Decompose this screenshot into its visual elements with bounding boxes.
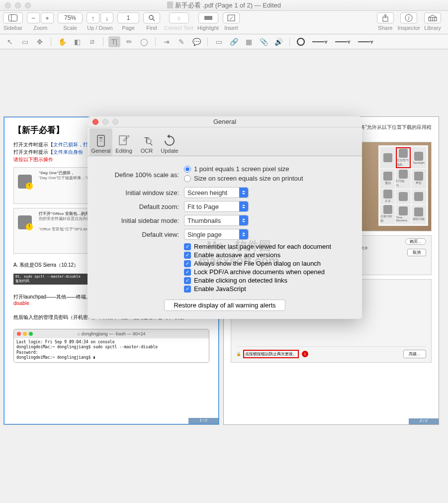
insert-button[interactable]	[223, 12, 240, 23]
line-style-picker[interactable]: ▾	[310, 36, 330, 47]
lock-icon: 🔒	[236, 352, 241, 356]
system-prefs-panel: 安全性与隐私Spotlight通知打印机与…声音共享日期与时间Time Mach…	[378, 145, 428, 226]
prefs-cell: 打印机与…	[396, 169, 410, 188]
maximize-icon	[112, 119, 118, 125]
correct-label: Correct Text	[164, 25, 193, 31]
library-label: Library	[424, 25, 441, 31]
page-label: Page	[122, 25, 135, 31]
tab-ocr[interactable]: T OCR	[135, 128, 158, 156]
eraser-tool[interactable]: ◧	[71, 36, 83, 47]
editing-icon	[117, 134, 131, 148]
scale-label: Scale	[63, 25, 77, 31]
zoom-out-button[interactable]: −	[27, 12, 40, 23]
highlight-label: Highlight	[197, 25, 219, 31]
links-checkbox[interactable]: ✓Enable clicking on detected links	[184, 277, 350, 284]
sound-tool[interactable]: 🔊	[272, 36, 284, 47]
prefs-cell: 安全性与隐私	[396, 147, 410, 168]
svg-line-3	[153, 19, 155, 21]
crop-tool[interactable]: ⧄	[86, 36, 98, 47]
tab-update[interactable]: Update	[158, 128, 181, 156]
prefs-cell: 日期与时间	[380, 205, 395, 224]
highlight-tool[interactable]: ✎	[176, 36, 187, 47]
selection-tool[interactable]: ▭	[19, 36, 31, 47]
defzoom-select[interactable]: Fit to Page	[184, 201, 249, 212]
winsize-label: Initial window size:	[99, 189, 179, 197]
tab-general[interactable]: General	[90, 128, 112, 156]
hand-tool[interactable]: ✋	[56, 36, 68, 47]
highlight-button[interactable]	[198, 12, 218, 23]
prefs-cell: 共享	[380, 190, 395, 204]
insert-label: Insert	[224, 25, 238, 31]
sidebar-button[interactable]	[3, 12, 23, 23]
end-style-picker[interactable]: ▾	[356, 36, 375, 47]
page-up-button[interactable]: ↑	[87, 12, 99, 23]
arrow-tool[interactable]: ↖	[4, 36, 16, 47]
text-tool[interactable]: T|	[108, 36, 120, 47]
winsize-select[interactable]: Screen height	[184, 187, 249, 198]
updown-label: Up / Down	[87, 25, 112, 31]
preferences-dialog: General General Editing T OCR Update Def…	[88, 116, 362, 319]
indent-tool[interactable]: ⇥	[161, 36, 173, 47]
callout-1: 1	[302, 351, 308, 357]
autosave-checkbox[interactable]: ✓Enable autosave and versions	[184, 251, 350, 259]
sidebar-select[interactable]: Thumbnails	[184, 215, 249, 226]
restore-warnings-button[interactable]: Restore display of all warning alerts	[164, 300, 285, 311]
shape-tool[interactable]: ◯	[138, 36, 150, 47]
prefs-cell: Spotlight	[412, 147, 426, 168]
svg-rect-4	[204, 16, 212, 20]
find-button[interactable]	[143, 12, 160, 23]
prefs-tabs: General Editing T OCR Update	[88, 127, 362, 156]
svg-rect-15	[97, 135, 104, 146]
tab-editing[interactable]: Editing	[112, 128, 135, 156]
defzoom-label: Default zoom:	[99, 203, 179, 210]
attachment-tool[interactable]: 📎	[258, 36, 269, 47]
svg-point-2	[149, 15, 153, 19]
page-number: 2 / 2	[409, 418, 439, 424]
link-tool[interactable]: 🔗	[228, 36, 240, 47]
window-titlebar: 新手必看 .pdf (Page 1 of 2) — Edited	[0, 0, 448, 11]
svg-rect-16	[99, 137, 102, 138]
defview-select[interactable]: Single page	[184, 229, 249, 240]
move-tool[interactable]: ✥	[34, 36, 46, 47]
prefs-title: General	[88, 118, 362, 125]
buy-button: 购买…	[405, 238, 426, 245]
scale-radio-1[interactable]: 1 point equals 1 screen pixel size	[184, 165, 303, 173]
javascript-checkbox[interactable]: ✓Enable JavaScript	[184, 285, 350, 293]
main-toolbar: Sidebar − + Zoom 75% Scale ↑ ↓ Up / Down…	[0, 11, 448, 34]
stroke-color[interactable]	[295, 36, 307, 47]
scale-radio-2[interactable]: Size on screen equals size on printout	[184, 175, 303, 182]
home-icon: ⌂	[78, 331, 80, 336]
library-button[interactable]	[424, 12, 441, 23]
page-down-button[interactable]: ↓	[100, 12, 113, 23]
zoom-in-button[interactable]: +	[41, 12, 54, 23]
close-icon[interactable]	[92, 119, 98, 125]
ocr-icon: T	[140, 134, 154, 148]
cancel-button: 取消	[407, 249, 426, 256]
prefs-cell	[380, 147, 395, 168]
svg-text:i: i	[408, 15, 410, 21]
arrow-style-picker[interactable]: ▾	[333, 36, 353, 47]
edit-toolbar: ↖ ▭ ✥ ✋ ◧ ⧄ T| ✏ ◯ ⇥ ✎ 💬 ▭ 🔗 ▦ 📎 🔊 ▾ ▾ ▾	[0, 34, 448, 49]
svg-rect-0	[9, 15, 17, 21]
freehand-tool[interactable]: ✏	[123, 36, 135, 47]
note-tool[interactable]: ▭	[213, 36, 225, 47]
image-tool[interactable]: ▦	[243, 36, 255, 47]
page-field[interactable]: 1	[117, 12, 139, 23]
warning-icon: !	[26, 183, 33, 190]
comment-tool[interactable]: 💬	[190, 36, 202, 47]
inspector-button[interactable]: i	[400, 12, 417, 23]
minimize-icon	[102, 119, 108, 125]
sidebar-label: Initial sidebar mode:	[99, 217, 179, 224]
zoom-value[interactable]: 75%	[58, 12, 83, 23]
file-open-checkbox[interactable]: ✓Always show the File Open dialog on lau…	[184, 260, 350, 267]
lock-pdfa-checkbox[interactable]: ✓Lock PDF/A archive documents when opene…	[184, 268, 350, 276]
prefs-cell: 声音	[412, 169, 426, 188]
remember-page-checkbox[interactable]: ✓Remember last page viewed for each docu…	[184, 243, 350, 250]
share-button[interactable]	[377, 12, 394, 23]
page-number: 1 / 2	[188, 418, 218, 424]
prefs-titlebar: General	[88, 116, 362, 127]
defview-label: Default view:	[99, 231, 179, 238]
correct-text-button: ⎀	[169, 12, 189, 23]
prefs-cell: 通知	[380, 169, 395, 188]
update-icon	[163, 134, 177, 148]
